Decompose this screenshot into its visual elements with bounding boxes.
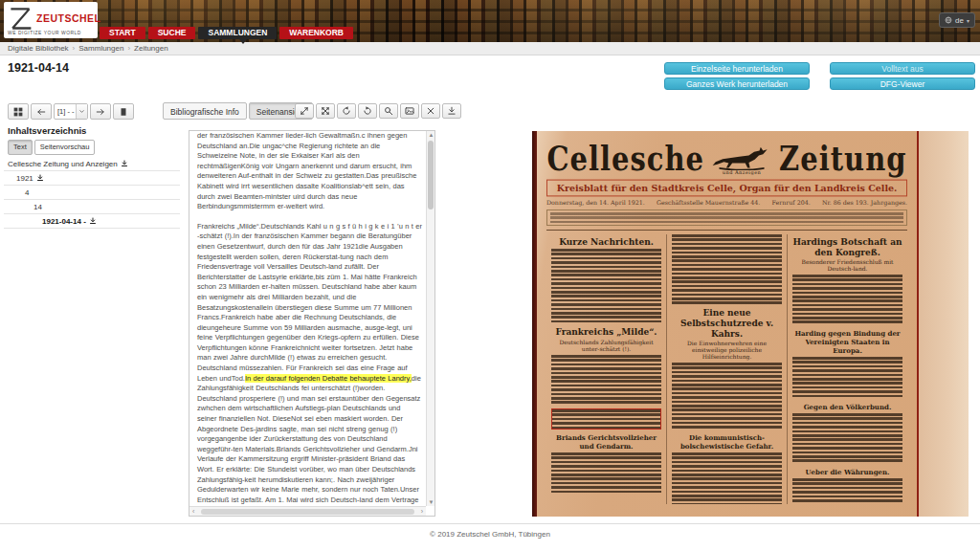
download-image-button[interactable] [442, 103, 461, 119]
scroll-up-icon[interactable]: ▲ [427, 132, 435, 138]
expand-diagonal-button[interactable] [295, 103, 314, 119]
nav-tab-warenkorb[interactable]: WARENKORB [279, 27, 353, 39]
nav-tab-suche[interactable]: SUCHE [148, 27, 196, 39]
subscription-info-box [546, 209, 907, 226]
newsprint-block [550, 212, 903, 223]
newspaper-subhead: Ueber die Währungen. [792, 468, 902, 476]
page-select[interactable]: [1] - - [54, 103, 88, 120]
newsprint-block [551, 249, 661, 324]
toc-item[interactable]: Cellesche Zeitung und Anzeigen [4, 157, 180, 171]
masthead-subtitle: und Anzeigen [723, 169, 762, 175]
breadcrumb-link[interactable]: Digitale Bibliothek [8, 44, 69, 53]
newspaper-columns: Kurze Nachrichten.Frankreichs „Milde“.De… [546, 234, 907, 504]
toc-item-label: Cellesche Zeitung und Anzeigen [8, 160, 118, 168]
fulltext-toggle-button[interactable]: Volltext aus [830, 62, 975, 75]
newspaper-masthead: Cellesche und Anzeigen Zeitung [546, 143, 907, 175]
fulltext-scroll-area[interactable]: der französischen Kammer lieder-lich Gew… [189, 131, 426, 506]
toc-item-label: 1921 [16, 174, 33, 183]
toc-item[interactable]: 1921-04-14 - [4, 214, 180, 229]
newspaper-subhead: Gegen den Völkerbund. [792, 403, 902, 411]
tab-page-preview[interactable]: Seitenvorschau [34, 140, 96, 155]
scroll-down-icon[interactable]: ▼ [427, 499, 435, 505]
thumbnails-button[interactable] [8, 103, 29, 120]
download-icon[interactable] [121, 160, 128, 167]
breadcrumb-separator: › [73, 44, 76, 53]
tab-bibliographic-info[interactable]: Bibliografische Info [163, 102, 247, 120]
toc-heading: Inhaltsverzeichnis [8, 125, 86, 136]
newspaper-column: Kurze Nachrichten.Frankreichs „Milde“.De… [546, 234, 666, 504]
newspaper-headline: Kurze Nachrichten. [551, 237, 661, 248]
horizontal-scrollbar[interactable]: ‹ › [189, 506, 426, 516]
toc-item[interactable]: 14 [4, 200, 180, 214]
image-icon [405, 106, 414, 116]
ocr-text: Frankreichs „Milde“.Deutschlands Kahl u … [197, 222, 422, 383]
ocr-paragraph: Frankreichs „Milde“.Deutschlands Kahl u … [197, 222, 422, 506]
globe-icon [945, 16, 952, 24]
image-toolbar [295, 103, 461, 119]
download-single-page-button[interactable]: Einzelseite herunterladen [664, 62, 810, 75]
rotate-right-button[interactable] [358, 103, 377, 119]
toc-item[interactable]: 4 [4, 186, 180, 200]
search-hit-highlight: In der darauf folgenden Debatte behaupte… [245, 374, 412, 383]
breadcrumb-separator: › [127, 44, 130, 53]
previous-page-button[interactable] [31, 103, 52, 120]
breadcrumb-link[interactable]: Zeitungen [134, 44, 168, 53]
main-nav: STARTSUCHESAMMLUNGENWARENKORB [100, 27, 353, 39]
newspaper-subhead: Harding gegen Bindung der Vereinigten St… [792, 329, 902, 355]
masthead-title-right: Zeitung [779, 139, 906, 178]
vertical-scrollbar[interactable]: ▲ ▼ [426, 131, 434, 506]
nav-tab-sammlungen[interactable]: SAMMLUNGEN [198, 27, 277, 39]
select-chevron-icon [76, 104, 87, 119]
toc-item[interactable]: 1921 [4, 171, 180, 186]
language-selector[interactable]: de ▾ [939, 12, 975, 28]
newsprint-block [792, 275, 902, 325]
ocr-text: die Zahlungsfähigkeit Deutschlands fei u… [197, 374, 421, 506]
fulltext-panel: der französischen Kammer lieder-lich Gew… [189, 130, 435, 517]
rotate-left-icon [342, 106, 351, 116]
newspaper-subtitle: Die Einwohnerwehren eine einstweilige po… [672, 340, 782, 360]
newsprint-block [551, 452, 661, 495]
newsprint-block [792, 413, 902, 464]
horizontal-scroll-thumb[interactable] [201, 509, 414, 515]
zeutschel-logo[interactable]: ZEUTSCHEL WE DIGITIZE YOUR WORLD [4, 2, 98, 38]
close-button[interactable] [421, 103, 440, 119]
newspaper-subtitle: Deutschlands Zahlungsfähigkeit unter-sch… [551, 339, 661, 352]
nav-tab-start[interactable]: START [100, 27, 145, 39]
newspaper-subtitle: Besonderer Friedensschluß mit Deutsch-la… [792, 258, 902, 272]
breadcrumb-link[interactable]: Sammlungen [78, 44, 123, 53]
newspaper-dateline: Donnerstag, den 14. April 1921.Geschäfts… [546, 199, 907, 206]
thumbnails-icon [13, 107, 23, 117]
download-image-icon [447, 106, 457, 116]
logo-name: ZEUTSCHEL [36, 12, 101, 24]
zoom-icon [384, 106, 393, 116]
tab-text[interactable]: Text [8, 140, 33, 155]
dateline-item: Geschäftsstelle Mauernstraße 44. [657, 199, 760, 206]
newsprint-block [551, 355, 661, 406]
kreisblatt-banner: Kreisblatt für den Stadtkreis Celle, Org… [546, 180, 907, 197]
newsprint-block [792, 478, 902, 503]
expand-diagonal-icon [300, 106, 309, 116]
newspaper-scan[interactable]: Cellesche und Anzeigen Zeitung Kreisblat… [532, 131, 969, 517]
zoom-button[interactable] [379, 103, 398, 119]
scroll-left-icon[interactable]: ‹ [192, 507, 194, 516]
view-tabs: Bibliografische Info Seitenansicht [163, 102, 313, 120]
arrows-out-button[interactable] [316, 103, 335, 119]
rotate-left-button[interactable] [337, 103, 356, 119]
single-page-view-button[interactable] [113, 103, 134, 120]
image-button[interactable] [400, 103, 419, 119]
download-icon[interactable] [36, 174, 44, 182]
dateline-item: Donnerstag, den 14. April 1921. [546, 199, 645, 206]
next-page-button[interactable] [90, 103, 111, 120]
scroll-right-icon[interactable]: › [421, 507, 423, 516]
dfg-viewer-button[interactable]: DFG-Viewer [830, 77, 975, 90]
newspaper-subhead: Die kommunistisch-bolschewistische Gefah… [672, 433, 782, 451]
vertical-scroll-thumb[interactable] [428, 141, 434, 209]
download-whole-work-button[interactable]: Ganzes Werk herunterladen [664, 77, 810, 90]
masthead-rule [546, 230, 907, 231]
logo-tagline: WE DIGITIZE YOUR WORLD [8, 31, 81, 35]
download-icon[interactable] [89, 217, 97, 225]
language-label: de [955, 16, 964, 25]
app-root: ZEUTSCHEL WE DIGITIZE YOUR WORLD STARTSU… [0, 0, 980, 551]
footer-divider [0, 523, 980, 524]
page-title: 1921-04-14 [8, 61, 69, 75]
